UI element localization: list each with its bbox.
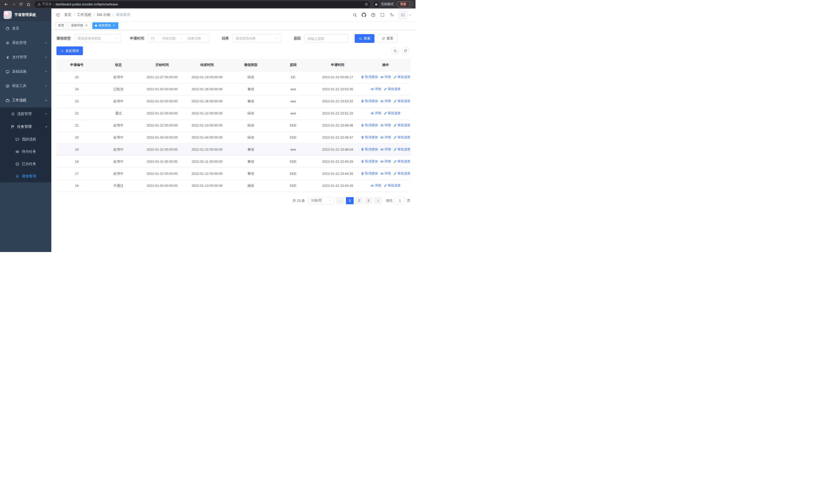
- browser-reload-button[interactable]: [18, 1, 24, 8]
- detail-action-link[interactable]: 详情: [380, 123, 391, 127]
- page-button-1[interactable]: 1: [346, 197, 354, 204]
- next-page-button[interactable]: [374, 197, 382, 204]
- page-size-select[interactable]: 10条/页: [309, 197, 334, 204]
- sidebar-item-done-tasks[interactable]: 已办任务: [0, 158, 51, 170]
- page-button-3[interactable]: 3: [365, 197, 372, 204]
- breadcrumb-item[interactable]: 工作流程: [77, 12, 91, 17]
- browser-back-button[interactable]: [3, 1, 9, 8]
- page-button-2[interactable]: 2: [355, 197, 363, 204]
- table-row[interactable]: 19 处理中 2022-01-22 00:00:00 2022-01-22 00…: [56, 144, 410, 155]
- column-header[interactable]: 原因: [272, 59, 314, 71]
- column-header[interactable]: 状态: [97, 59, 140, 71]
- refresh-table-button[interactable]: [402, 47, 409, 55]
- sidebar-item-infrastructure[interactable]: 基础设施: [0, 64, 51, 79]
- tab-leave-query[interactable]: 请假查询 ×: [92, 22, 118, 29]
- close-tab-icon[interactable]: ×: [84, 24, 88, 27]
- progress-action-link[interactable]: 审批进度: [394, 99, 410, 103]
- detail-action-link[interactable]: 详情: [371, 183, 381, 188]
- sidebar-item-home[interactable]: 首页: [0, 21, 51, 36]
- cancel-action-link[interactable]: 取消请假: [361, 75, 378, 79]
- tab-process-detail[interactable]: 流程详情 ×: [68, 22, 91, 29]
- toggle-search-button[interactable]: [391, 47, 399, 55]
- app-logo[interactable]: 芋道管理系统: [0, 8, 51, 21]
- breadcrumb-item[interactable]: OA 示例: [97, 12, 110, 17]
- cancel-action-link[interactable]: 取消请假: [361, 123, 378, 127]
- search-button[interactable]: 搜索: [355, 34, 374, 43]
- detail-action-link[interactable]: 详情: [380, 75, 391, 79]
- sidebar-item-process-management[interactable]: 流程管理: [0, 108, 51, 120]
- browser-forward-button[interactable]: [10, 1, 17, 8]
- detail-action-link[interactable]: 详情: [380, 135, 391, 140]
- bookmark-star-icon[interactable]: [365, 2, 368, 6]
- column-header[interactable]: 申请时间: [314, 59, 361, 71]
- column-header[interactable]: 开始时间: [140, 59, 184, 71]
- progress-action-link[interactable]: 审批进度: [394, 171, 410, 176]
- detail-action-link[interactable]: 详情: [380, 99, 391, 103]
- detail-action-link[interactable]: 详情: [380, 171, 391, 176]
- table-row[interactable]: 16 不通过 2022-01-04 00:00:00 2022-01-13 00…: [56, 180, 410, 192]
- progress-action-link[interactable]: 审批进度: [384, 87, 401, 91]
- sidebar-item-todo-tasks[interactable]: 待办任务: [0, 146, 51, 158]
- detail-action-link[interactable]: 详情: [371, 87, 381, 91]
- table-row[interactable]: 22 通过 2022-01-22 00:00:00 2022-01-22 00:…: [56, 107, 410, 119]
- user-avatar[interactable]: [399, 10, 407, 19]
- table-row[interactable]: 18 处理中 2022-01-11 00:00:00 2022-01-11 00…: [56, 155, 410, 168]
- cancel-action-link[interactable]: 取消请假: [361, 171, 378, 176]
- header-search-button[interactable]: [350, 10, 359, 20]
- result-select[interactable]: 请选择流结果: [232, 34, 281, 43]
- table-row[interactable]: 20 处理中 2022-01-04 00:00:00 2022-01-04 00…: [56, 131, 410, 144]
- cancel-action-link[interactable]: 取消请假: [361, 135, 378, 140]
- sidebar-item-leave-query[interactable]: 请假查询: [0, 170, 51, 182]
- apply-time-range-picker[interactable]: 开始日期 - 结束日期: [148, 34, 209, 43]
- sidebar-item-my-process[interactable]: 我的流程: [0, 133, 51, 146]
- table-row[interactable]: 23 处理中 2022-01-03 00:00:00 2022-01-26 00…: [56, 95, 410, 107]
- detail-action-link[interactable]: 详情: [380, 159, 391, 164]
- sidebar-item-dev-tools[interactable]: 研发工具: [0, 79, 51, 93]
- breadcrumb-item[interactable]: 首页: [64, 12, 71, 17]
- cancel-action-link[interactable]: 取消请假: [361, 159, 378, 164]
- sidebar-item-workflow[interactable]: 工作流程: [0, 93, 51, 108]
- close-tab-icon[interactable]: ×: [112, 24, 116, 27]
- leave-type-select[interactable]: 请选择请假类型: [75, 34, 121, 43]
- column-header[interactable]: 申请编号: [56, 59, 97, 71]
- sidebar-item-system-management[interactable]: 系统管理: [0, 36, 51, 50]
- font-size-button[interactable]: [387, 10, 396, 20]
- browser-menu-icon[interactable]: [408, 2, 412, 6]
- detail-action-link[interactable]: 详情: [380, 147, 391, 152]
- table-row[interactable]: 25 处理中 2021-12-27 00:00:00 2022-01-19 00…: [56, 71, 410, 83]
- reason-input[interactable]: [305, 34, 348, 43]
- progress-action-link[interactable]: 审批进度: [394, 135, 410, 140]
- column-header[interactable]: 操作: [361, 59, 410, 71]
- progress-action-link[interactable]: 审批进度: [384, 111, 401, 116]
- security-indicator[interactable]: 不安全: [37, 2, 52, 6]
- tab-home[interactable]: 首页: [55, 22, 67, 29]
- progress-action-link[interactable]: 审批进度: [394, 147, 410, 152]
- fullscreen-button[interactable]: [378, 10, 387, 20]
- goto-page-input[interactable]: [395, 197, 405, 204]
- reset-button[interactable]: 重置: [377, 34, 397, 43]
- detail-action-link[interactable]: 详情: [371, 111, 381, 116]
- prev-page-button[interactable]: [336, 197, 344, 204]
- create-leave-button[interactable]: 发起请假: [56, 47, 83, 55]
- github-link[interactable]: [360, 10, 368, 20]
- user-menu[interactable]: [399, 10, 411, 19]
- table-row[interactable]: 17 处理中 2022-01-22 00:00:00 2022-01-22 00…: [56, 168, 410, 180]
- column-header[interactable]: 请假类型: [229, 59, 272, 71]
- eye-icon: [380, 99, 384, 103]
- progress-action-link[interactable]: 审批进度: [384, 183, 401, 188]
- cancel-action-link[interactable]: 取消请假: [361, 147, 378, 152]
- progress-action-link[interactable]: 审批进度: [394, 159, 410, 164]
- progress-action-link[interactable]: 审批进度: [394, 75, 410, 79]
- browser-home-button[interactable]: [25, 1, 32, 8]
- address-bar[interactable]: 不安全 dashboard.yudao.iocoder.cn/bpm/oa/le…: [34, 1, 370, 8]
- sidebar-item-task-management[interactable]: 任务管理: [0, 120, 51, 133]
- help-doc-button[interactable]: [369, 10, 377, 20]
- sidebar-collapse-button[interactable]: [51, 8, 64, 21]
- table-row[interactable]: 21 处理中 2022-01-22 00:00:00 2022-01-23 00…: [56, 119, 410, 131]
- cancel-action-link[interactable]: 取消请假: [361, 99, 378, 103]
- chrome-update-button[interactable]: 更新: [397, 1, 413, 7]
- column-header[interactable]: 结束时间: [184, 59, 229, 71]
- table-row[interactable]: 24 已取消 2022-01-03 00:00:00 2022-01-26 00…: [56, 83, 410, 95]
- progress-action-link[interactable]: 审批进度: [394, 123, 410, 127]
- sidebar-item-payment-management[interactable]: ¥支付管理: [0, 50, 51, 64]
